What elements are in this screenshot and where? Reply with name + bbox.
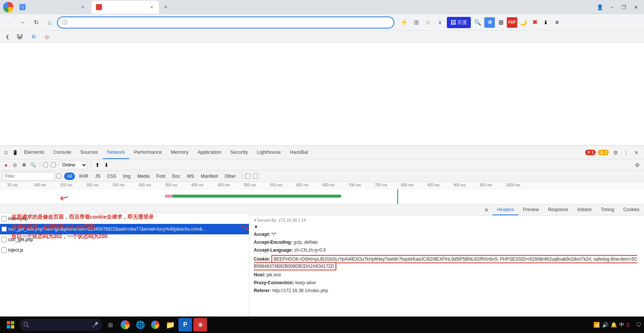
taskbar-search-box[interactable]: 🎤 [19,319,102,331]
tab-1-close[interactable]: ✕ [79,4,85,10]
devtools-tab-console[interactable]: Console [49,146,76,159]
filter-doc[interactable]: Doc [169,172,183,180]
translate-ext[interactable]: 译 [484,17,495,28]
filter-css[interactable]: CSS [104,172,120,180]
taskbar-sound-icon[interactable]: 🔊 [602,322,608,328]
tab-2[interactable]: ✕ [91,1,159,14]
request-list-scroll[interactable]: index.php csrf_get_edit.php?sex=girl&pho… [0,213,249,324]
tab-1[interactable]: G ✕ [15,1,90,14]
address-bar[interactable]: ⓘ [57,16,394,28]
blocked-requests-input[interactable] [253,174,258,178]
taskbar-notification-icon[interactable]: 🗨 [636,322,641,328]
req-row-2[interactable]: csrf_get_edit.php?sex=girl&phonenum=1234… [0,224,249,234]
taskbar-edge[interactable]: 🌐 [133,318,147,332]
pdf-ext[interactable]: PDF [507,17,517,28]
throttle-select[interactable]: Online Offline Slow 3G Fast 3G [59,161,87,169]
devtools-tab-network[interactable]: Network [103,146,130,159]
has-blocked-cookies-input[interactable] [245,174,250,178]
menu-ext[interactable]: ≡ [552,17,562,28]
filter-manifest[interactable]: Manifest [198,172,221,180]
req-4-checkbox[interactable] [1,248,7,253]
devtools-tab-memory[interactable]: Memory [166,146,193,159]
filter-img[interactable]: Img [120,172,133,180]
has-blocked-cookies-checkbox[interactable] [245,174,252,178]
devtools-close-icon[interactable]: ✕ [632,148,641,157]
x-ext[interactable]: ✖ [529,17,540,28]
windows-start-button[interactable] [3,317,18,332]
req-2-checkbox[interactable] [1,226,7,232]
filter-media[interactable]: Media [134,172,153,180]
filter-other[interactable]: Other [222,172,239,180]
disable-cache-checkbox[interactable] [51,162,57,167]
export-har-btn[interactable]: ⬇ [103,161,110,169]
devtools-tab-elements[interactable]: Elements [19,146,49,159]
devtools-inspect-icon[interactable]: ⊡ [1,148,10,157]
taskbar-red-app[interactable]: ❋ [193,318,207,332]
import-har-btn[interactable]: ⬆ [94,161,101,169]
filter-input[interactable] [2,172,55,180]
req-row-1[interactable]: index.php [0,213,249,224]
taskbar-speaker-icon[interactable]: 🔔 [611,322,617,328]
taskbar-taskview[interactable]: ⊞ [103,318,117,332]
req-3-checkbox[interactable] [1,237,7,242]
filter-font[interactable]: Font [153,172,168,180]
preserve-log-checkbox[interactable] [43,162,49,167]
details-tab-initiator[interactable]: Initiator [573,204,596,215]
req-row-3[interactable]: csrf_get.php [0,234,249,245]
search-btn[interactable]: 🔍 [29,161,37,169]
home-button[interactable]: ⌂ [43,16,55,28]
preserve-log-input[interactable] [43,162,48,167]
details-tab-cookies[interactable]: Cookies [619,204,644,215]
filter-xhr[interactable]: XHR [76,172,91,180]
taskbar-network-icon[interactable]: 📶 [593,322,600,328]
devtools-tab-lighthouse[interactable]: Lighthouse [252,146,285,159]
taskbar-chrome2[interactable] [148,318,162,332]
search-icon[interactable]: 🔍 [472,17,483,28]
bookmark-shodan[interactable]: ◎ [42,33,54,40]
network-settings-icon[interactable]: ⚙ [633,160,642,170]
req-1-checkbox[interactable] [1,216,7,221]
refresh-button[interactable]: ↻ [30,16,42,28]
taskbar-chrome[interactable] [118,318,132,332]
taskbar-files[interactable]: 📁 [163,318,177,332]
record-button[interactable]: ● [2,161,10,169]
taskbar-mic-icon[interactable]: 🎤 [92,322,98,328]
taskbar-sogou-icon[interactable]: S [626,322,630,328]
devtools-device-icon[interactable]: 📱 [10,148,19,157]
hide-data-urls-checkbox[interactable] [56,174,63,178]
details-tab-response[interactable]: Response [544,204,573,215]
filter-all[interactable]: All [64,172,75,180]
tab-2-close[interactable]: ✕ [148,4,154,10]
back-button[interactable]: ← [3,16,15,28]
filter-js[interactable]: JS [92,172,103,180]
bookmarks-chevron[interactable]: ❮ [3,32,12,41]
disable-cache-input[interactable] [51,162,56,167]
devtools-settings-icon[interactable]: ⚙ [611,148,620,157]
clear-button[interactable]: ⊘ [11,161,19,169]
bookmark-baidu[interactable]: 🐼 [13,33,27,40]
download-ext[interactable]: ⬇ [541,17,551,28]
details-close-btn[interactable]: ✕ [482,206,491,214]
apps-icon[interactable]: ⊞ [411,17,421,28]
chevron-icon[interactable]: ∨ [435,17,445,28]
devtools-more-icon[interactable]: ⋮ [622,148,631,157]
details-tab-headers[interactable]: Headers [493,204,518,215]
grid-ext[interactable]: ⊞ [496,17,506,28]
restore-btn[interactable]: ❐ [619,2,629,12]
hide-data-urls-input[interactable] [56,174,61,178]
lightning-icon[interactable]: ⚡ [399,17,409,28]
devtools-tab-security[interactable]: Security [226,146,252,159]
details-tab-preview[interactable]: Preview [518,204,544,215]
req-row-4[interactable]: inject.js [0,245,249,255]
profile-btn[interactable]: 👤 [595,2,605,12]
forward-button[interactable]: → [16,16,28,28]
details-body[interactable]: ▾ Served By: 172.16.38.1:19 ▼ Accep [249,216,644,324]
devtools-tab-application[interactable]: Application [193,146,226,159]
close-btn[interactable]: ✕ [631,2,641,12]
taskbar-p-app[interactable]: P [178,318,192,332]
devtools-tab-hackbar[interactable]: HackBar [285,146,313,159]
devtools-tab-sources[interactable]: Sources [76,146,103,159]
minimize-btn[interactable]: − [607,2,617,12]
filter-icon-btn[interactable]: ⚙ [20,161,28,169]
details-tab-timing[interactable]: Timing [596,204,619,215]
